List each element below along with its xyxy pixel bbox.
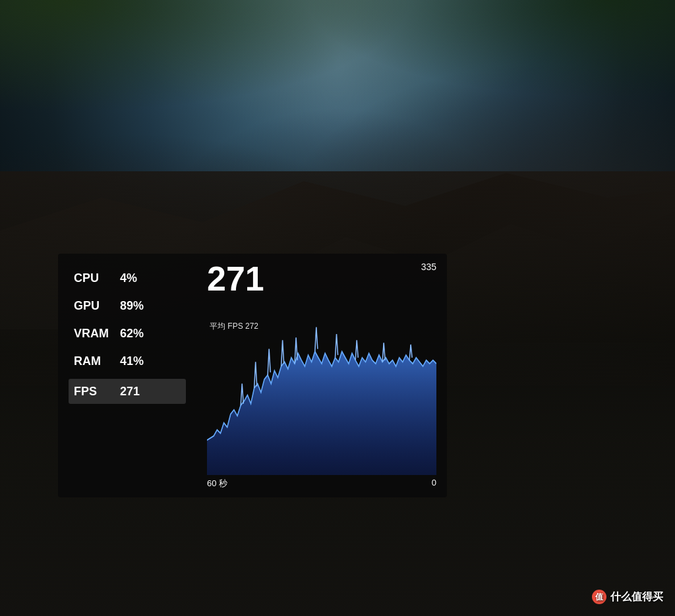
vram-label: VRAM — [74, 327, 120, 341]
vram-value: 62% — [120, 327, 144, 341]
performance-overlay: CPU 4% GPU 89% VRAM 62% RAM 41% FPS 271 … — [58, 254, 447, 497]
watermark-text: 什么值得买 — [610, 590, 663, 604]
foliage-overlay — [0, 0, 675, 198]
fps-chart-area: 271 335 平均 FPS 272 60 秒 — [196, 254, 447, 497]
fps-stat-row: FPS 271 — [69, 379, 186, 404]
fps-label: FPS — [74, 385, 120, 399]
chart-footer: 60 秒 0 — [207, 478, 436, 490]
ram-label: RAM — [74, 354, 120, 368]
stats-column: CPU 4% GPU 89% VRAM 62% RAM 41% FPS 271 — [58, 254, 196, 497]
watermark: 值 什么值得买 — [592, 590, 663, 604]
fps-avg-label: 平均 FPS 272 — [210, 321, 258, 332]
vram-stat-row: VRAM 62% — [69, 321, 186, 346]
fps-current-big: 271 — [207, 262, 264, 296]
ram-value: 41% — [120, 354, 144, 368]
chart-min-value: 0 — [432, 478, 436, 490]
watermark-icon: 值 — [592, 590, 606, 604]
gpu-stat-row: GPU 89% — [69, 293, 186, 318]
cpu-label: CPU — [74, 271, 120, 285]
ram-stat-row: RAM 41% — [69, 349, 186, 374]
chart-time-label: 60 秒 — [207, 478, 227, 490]
fps-chart-container: 平均 FPS 272 — [207, 301, 436, 475]
cpu-value: 4% — [120, 271, 137, 285]
gpu-value: 89% — [120, 299, 144, 313]
fps-value: 271 — [120, 385, 140, 399]
fps-max: 335 — [421, 262, 436, 272]
chart-header: 271 335 — [207, 262, 436, 296]
cpu-stat-row: CPU 4% — [69, 266, 186, 291]
gpu-label: GPU — [74, 299, 120, 313]
